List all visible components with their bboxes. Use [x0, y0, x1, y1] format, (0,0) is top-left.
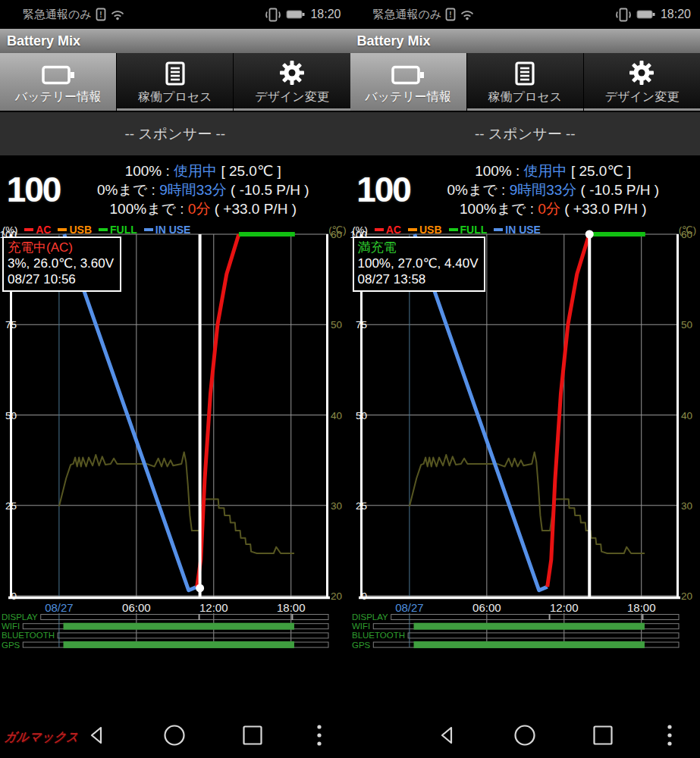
svg-text:50: 50 — [355, 410, 366, 421]
svg-text:WIFI: WIFI — [2, 622, 20, 631]
app-title: Battery Mix — [7, 33, 80, 49]
legend-item-full: FULL — [449, 224, 488, 236]
status-left: 緊急通報のみ ! — [373, 8, 476, 22]
process-list-icon — [513, 61, 536, 86]
svg-text:12:00: 12:00 — [550, 601, 579, 614]
tab-processes[interactable]: 稼働プロセス — [117, 53, 234, 111]
status-bar: 緊急通報のみ ! 18:20 — [350, 0, 700, 29]
tooltip-values: 100%, 27.0℃, 4.40V — [358, 255, 479, 271]
home-button[interactable] — [513, 723, 537, 747]
svg-text:50: 50 — [5, 410, 17, 421]
vibrate-icon — [615, 8, 632, 22]
back-button[interactable] — [86, 723, 110, 747]
summary-line-to-full: 100%まで : 0分 ( +33.0 P/H ) — [67, 199, 340, 218]
wifi-icon — [460, 8, 475, 20]
legend-dash — [494, 228, 503, 231]
svg-text:08/27: 08/27 — [395, 601, 424, 614]
legend-item-full: FULL — [99, 224, 137, 236]
svg-text:DISPLAY: DISPLAY — [2, 612, 38, 622]
status-right: 18:20 — [265, 8, 341, 22]
summary-line-status: 100% : 使用中 [ 25.0℃ ] — [417, 161, 690, 180]
legend-item-usb: USB — [58, 224, 92, 236]
battery-status-icon — [636, 9, 656, 20]
tab-label: 稼働プロセス — [488, 89, 563, 105]
battery-status-icon — [286, 9, 306, 20]
svg-text:GPS: GPS — [2, 641, 20, 650]
tooltip-timestamp: 08/27 13:58 — [358, 271, 479, 287]
svg-text:08/27: 08/27 — [45, 601, 74, 614]
sponsor-banner[interactable]: -- スポンサー -- — [350, 112, 700, 155]
recents-button[interactable] — [240, 723, 265, 747]
chart-legend: (%) AC USB FULL IN USE (℃) — [353, 224, 697, 236]
left-axis-unit: (%) — [2, 224, 17, 236]
carrier-text: 緊急通報のみ — [373, 8, 442, 22]
svg-text:50: 50 — [331, 319, 342, 330]
summary-line-status: 100% : 使用中 [ 25.0℃ ] — [67, 161, 340, 180]
process-list-icon — [164, 61, 187, 86]
tab-label: デザイン変更 — [255, 89, 329, 105]
svg-text:BLUETOOTH: BLUETOOTH — [2, 631, 55, 640]
tab-battery-info[interactable]: バッテリー情報 — [0, 53, 117, 111]
left-axis-unit: (%) — [353, 224, 368, 236]
svg-text:12:00: 12:00 — [199, 601, 228, 614]
svg-text:GPS: GPS — [352, 641, 371, 650]
battery-history-section: (%) AC USB FULL IN USE (℃) 1007550250605… — [0, 224, 350, 652]
tab-label: バッテリー情報 — [365, 89, 451, 105]
legend-dash — [408, 228, 417, 231]
carrier-text: 緊急通報のみ — [23, 8, 92, 22]
svg-text:0: 0 — [11, 590, 17, 602]
vibrate-icon — [265, 8, 281, 22]
tab-design[interactable]: デザイン変更 — [234, 53, 350, 111]
legend-item-inuse: IN USE — [144, 224, 191, 236]
chart-tooltip: 満充電 100%, 27.0℃, 4.40V 08/27 13:58 — [353, 236, 486, 292]
back-button[interactable] — [436, 723, 460, 747]
wifi-icon — [110, 8, 125, 20]
status-bar: 緊急通報のみ ! 18:20 — [0, 0, 350, 29]
tooltip-title: 充電中(AC) — [8, 240, 114, 255]
svg-text:06:00: 06:00 — [472, 601, 501, 614]
svg-text:75: 75 — [5, 319, 17, 330]
svg-text:40: 40 — [331, 410, 342, 421]
legend-dash — [375, 228, 384, 231]
android-nav-bar — [350, 713, 700, 758]
right-axis-unit: (℃) — [328, 224, 346, 236]
gear-icon — [279, 60, 305, 86]
watermark-logo: ガルマックス — [3, 729, 80, 746]
home-button[interactable] — [162, 723, 187, 747]
tab-battery-info[interactable]: バッテリー情報 — [350, 53, 467, 111]
gear-icon — [629, 60, 654, 86]
menu-button[interactable] — [307, 723, 331, 747]
sponsor-label: -- スポンサー -- — [124, 124, 225, 144]
sim-alert-icon: ! — [96, 8, 106, 21]
tooltip-values: 3%, 26.0℃, 3.60V — [8, 255, 114, 271]
tab-design[interactable]: デザイン変更 — [584, 53, 700, 111]
battery-level-big: 100 — [0, 169, 67, 210]
right-axis-unit: (℃) — [679, 224, 696, 236]
battery-level-big: 100 — [350, 169, 417, 210]
svg-text:25: 25 — [5, 500, 17, 512]
summary-line-to-empty: 0%まで : 9時間33分 ( -10.5 P/H ) — [67, 180, 340, 199]
menu-button[interactable] — [658, 723, 682, 747]
svg-text:WIFI: WIFI — [352, 622, 370, 631]
clock-text: 18:20 — [661, 8, 691, 21]
svg-text:BLUETOOTH: BLUETOOTH — [352, 631, 405, 640]
sponsor-banner[interactable]: -- スポンサー -- — [0, 112, 350, 155]
legend-dash — [449, 228, 458, 231]
summary-line-to-full: 100%まで : 0分 ( +33.0 P/H ) — [417, 199, 690, 218]
status-left: 緊急通報のみ ! — [23, 8, 125, 22]
svg-text:18:00: 18:00 — [626, 601, 655, 614]
chart-tooltip: 充電中(AC) 3%, 26.0℃, 3.60V 08/27 10:56 — [2, 236, 121, 292]
svg-text:25: 25 — [355, 500, 366, 512]
legend-dash — [24, 228, 33, 231]
sponsor-label: -- スポンサー -- — [475, 124, 576, 144]
status-right: 18:20 — [615, 8, 691, 22]
phone-screen-left: 緊急通報のみ ! 18:20 Battery Mix バッテリー情報 稼働プロセ… — [0, 0, 350, 758]
tab-label: バッテリー情報 — [15, 89, 102, 105]
svg-text:!: ! — [99, 11, 102, 19]
legend-dash — [144, 228, 153, 231]
legend-item-ac: AC — [375, 224, 401, 236]
recents-button[interactable] — [591, 723, 615, 747]
svg-text:75: 75 — [355, 319, 366, 330]
tab-processes[interactable]: 稼働プロセス — [467, 53, 584, 111]
svg-text:30: 30 — [681, 500, 692, 512]
